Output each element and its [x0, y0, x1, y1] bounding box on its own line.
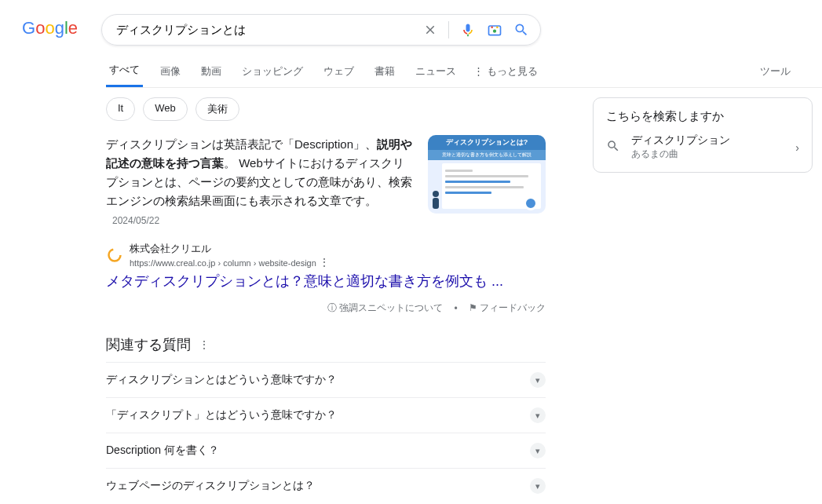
result-title[interactable]: メタディスクリプションとは？意味と適切な書き方を例文も ...: [106, 272, 503, 290]
search-input[interactable]: [116, 24, 423, 37]
source-url: https://www.creal.co.jp › column › websi…: [130, 256, 330, 268]
google-logo[interactable]: Google: [22, 18, 78, 38]
paa-menu-icon[interactable]: ⋮: [199, 338, 210, 351]
favicon: [106, 247, 123, 264]
paa-item[interactable]: ウェブページのディスクリプションとは？▾: [106, 468, 546, 503]
paa-item[interactable]: Description 何を書く？▾: [106, 433, 546, 468]
paa-item[interactable]: ディスクリプションとはどういう意味ですか？▾: [106, 362, 546, 397]
tabs-row: すべて 画像 動画 ショッピング ウェブ 書籍 ニュース ⋮ もっと見る ツール: [106, 63, 822, 88]
tab-web[interactable]: ウェブ: [320, 64, 357, 86]
feedback-link[interactable]: ⚑ フィードバック: [469, 301, 546, 315]
chevron-down-icon: ▾: [530, 407, 546, 423]
chevron-down-icon: ▾: [530, 478, 546, 494]
result-source: 株式会社クリエル https://www.creal.co.jp › colum…: [106, 242, 546, 268]
featured-image[interactable]: ディスクリプションとは? 意味と適切な書き方を例文も添えして解説: [428, 135, 546, 214]
paa-heading: 関連する質問: [106, 335, 191, 354]
image-search-icon[interactable]: [487, 22, 502, 38]
svg-point-2: [496, 26, 499, 28]
chip-art[interactable]: 美術: [195, 97, 239, 121]
chevron-right-icon: ›: [795, 141, 799, 154]
svg-point-1: [491, 26, 493, 28]
side-panel-title: こちらを検索しますか: [606, 109, 799, 124]
side-panel: こちらを検索しますか ディスクリプション あるまの曲 ›: [593, 97, 813, 173]
source-name: 株式会社クリエル: [130, 242, 330, 256]
featured-snippet: ディスクリプションは英語表記で「Description」、説明や記述の意味を持つ…: [106, 135, 546, 229]
more-tab[interactable]: ⋮ もっと見る: [473, 64, 538, 86]
featured-date: 2024/05/22: [112, 215, 159, 226]
tab-books[interactable]: 書籍: [371, 64, 398, 86]
svg-point-4: [433, 191, 439, 197]
chip-web[interactable]: Web: [143, 97, 188, 121]
tab-videos[interactable]: 動画: [198, 64, 225, 86]
side-suggestion[interactable]: ディスクリプション あるまの曲 ›: [606, 133, 799, 161]
chevron-down-icon: ▾: [530, 372, 546, 388]
tab-all[interactable]: すべて: [106, 63, 143, 87]
tools-button[interactable]: ツール: [760, 64, 791, 86]
about-snippet-link[interactable]: ⓘ 強調スニペットについて: [327, 301, 443, 315]
tab-shopping[interactable]: ショッピング: [239, 64, 306, 86]
tab-images[interactable]: 画像: [157, 64, 184, 86]
svg-point-3: [493, 30, 496, 33]
search-icon[interactable]: [513, 22, 529, 38]
svg-rect-5: [433, 198, 439, 209]
voice-search-icon[interactable]: [460, 22, 476, 38]
source-menu-icon[interactable]: ⋮: [319, 256, 330, 268]
chip-it[interactable]: It: [106, 97, 135, 121]
paa-item[interactable]: 「ディスクリプト」とはどういう意味ですか？▾: [106, 397, 546, 433]
search-box: [101, 14, 541, 46]
svg-point-6: [109, 250, 121, 261]
clear-icon[interactable]: [423, 23, 437, 37]
search-icon: [606, 139, 620, 155]
tab-news[interactable]: ニュース: [412, 64, 459, 86]
chevron-down-icon: ▾: [530, 443, 546, 458]
